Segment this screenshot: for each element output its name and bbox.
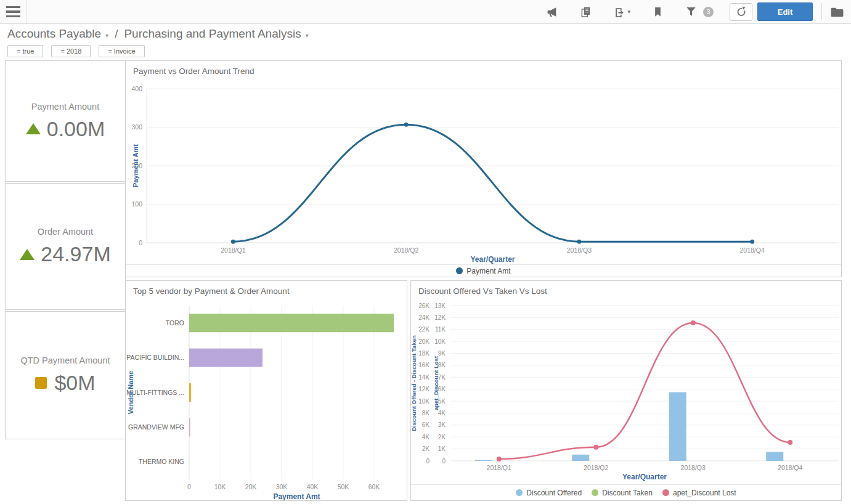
top-vendor-chart-canvas[interactable]: 010K20K30K40K50K60KTOROPACIFIC BUILDIN..… (126, 281, 407, 500)
svg-text:Payment Amt: Payment Amt (273, 492, 320, 500)
legend-item-discount-offered[interactable]: Discount Offered (516, 489, 582, 497)
filter-chip-true[interactable]: = true (7, 45, 43, 57)
svg-text:24K: 24K (418, 314, 430, 321)
svg-text:0: 0 (187, 483, 191, 490)
svg-text:1K: 1K (438, 445, 446, 452)
chart-legend: Discount Offered Discount Taken apet_Dis… (411, 484, 841, 500)
svg-text:6K: 6K (422, 421, 430, 428)
svg-text:THERMO KING: THERMO KING (139, 458, 184, 465)
svg-text:apet_Discount Lost: apet_Discount Lost (433, 356, 439, 410)
svg-text:2018/Q1: 2018/Q1 (221, 246, 245, 254)
filter-icon (685, 6, 697, 17)
toolbar-divider (821, 3, 822, 20)
kpi-qtd-payment-amount[interactable]: QTD Payment Amount $0M (5, 311, 126, 439)
legend-dot-icon (456, 267, 463, 274)
svg-text:8K: 8K (422, 410, 430, 417)
refresh-icon (735, 6, 747, 18)
svg-text:10K: 10K (418, 398, 430, 405)
edit-button[interactable]: Edit (757, 2, 813, 21)
kpi-order-amount[interactable]: Order Amount 24.97M (5, 183, 126, 310)
svg-text:26K: 26K (418, 303, 430, 309)
menu-button[interactable] (0, 0, 26, 23)
svg-text:20K: 20K (418, 338, 430, 345)
svg-text:2018/Q3: 2018/Q3 (681, 464, 706, 471)
svg-text:12K: 12K (418, 386, 430, 392)
copy-button[interactable] (580, 6, 592, 18)
payment-trend-chart-canvas[interactable]: 01002003004002018/Q12018/Q22018/Q32018/Q… (126, 61, 841, 264)
breadcrumb-separator: / (115, 27, 118, 41)
svg-text:50K: 50K (338, 483, 349, 490)
neutral-square-icon (35, 377, 47, 389)
kpi-value: $0M (54, 371, 95, 395)
refresh-button[interactable] (730, 3, 752, 21)
legend-dot-icon (592, 489, 598, 496)
svg-text:10K: 10K (434, 338, 446, 345)
chart-legend: Payment Amt (126, 264, 841, 277)
legend-item-payment-amt[interactable]: Payment Amt (456, 267, 510, 275)
svg-text:60K: 60K (368, 483, 380, 490)
svg-text:30K: 30K (276, 483, 288, 490)
legend-item-discount-taken[interactable]: Discount Taken (592, 489, 653, 497)
svg-text:40K: 40K (307, 483, 319, 490)
legend-item-discount-lost[interactable]: apet_Discount Lost (662, 489, 736, 497)
export-icon (614, 6, 625, 18)
svg-text:PACIFIC BUILDIN...: PACIFIC BUILDIN... (126, 354, 184, 361)
svg-text:2018/Q2: 2018/Q2 (394, 246, 418, 254)
legend-dot-icon (662, 489, 669, 496)
trend-up-icon (20, 249, 35, 260)
filter-count-badge: 3 (703, 7, 714, 17)
svg-text:22K: 22K (418, 326, 430, 333)
discount-chart-canvas[interactable]: 002K1K4K2K6K3K8K4K10K5K12K6K14K7K16K8K18… (411, 281, 841, 484)
svg-text:13K: 13K (434, 303, 446, 309)
svg-text:18K: 18K (418, 350, 430, 357)
announce-button[interactable] (546, 6, 558, 18)
svg-text:0: 0 (442, 458, 446, 465)
bookmark-icon (653, 6, 663, 18)
svg-text:0: 0 (426, 458, 430, 465)
svg-text:2018/Q4: 2018/Q4 (739, 246, 764, 254)
chevron-down-icon[interactable]: ▾ (306, 32, 309, 39)
chevron-down-icon[interactable]: ▾ (105, 32, 108, 39)
svg-text:14K: 14K (418, 374, 430, 381)
svg-text:9K: 9K (438, 350, 446, 357)
svg-text:2018/Q3: 2018/Q3 (567, 246, 592, 254)
svg-text:Year/Quarter: Year/Quarter (470, 255, 515, 264)
trend-up-icon (26, 123, 41, 134)
top-toolbar: ▾ 3 Edit (0, 0, 851, 24)
export-button[interactable]: ▾ (614, 6, 630, 18)
filter-chip-2018[interactable]: = 2018 (51, 45, 91, 57)
breadcrumb-level2[interactable]: Purchasing and Payment Analysis (124, 27, 301, 41)
discount-panel: Discount Offered Vs Taken Vs Lost 002K1K… (410, 280, 842, 501)
svg-text:3K: 3K (438, 421, 446, 428)
filter-chip-invoice[interactable]: = Invoice (99, 45, 144, 57)
top-vendor-panel: Top 5 vendor by Payment & Order Amount 0… (125, 280, 407, 501)
svg-text:Payment Amt: Payment Amt (132, 144, 139, 187)
chevron-down-icon: ▾ (627, 9, 630, 15)
kpi-label: QTD Payment Amount (20, 356, 110, 365)
svg-text:400: 400 (131, 85, 142, 92)
bookmark-button[interactable] (653, 6, 663, 18)
svg-text:2018/Q1: 2018/Q1 (487, 464, 511, 471)
svg-text:0: 0 (139, 239, 142, 246)
svg-text:4K: 4K (422, 434, 430, 441)
repository-button[interactable] (829, 6, 845, 18)
filter-button[interactable] (685, 6, 697, 17)
svg-text:TORO: TORO (166, 319, 184, 327)
svg-text:MULTI-FITTINGS ...: MULTI-FITTINGS ... (126, 389, 184, 396)
kpi-payment-amount[interactable]: Payment Amount 0.00M (5, 60, 126, 182)
svg-text:2K: 2K (438, 434, 446, 441)
folder-icon (829, 6, 845, 18)
svg-text:300: 300 (131, 123, 142, 131)
kpi-label: Order Amount (38, 227, 93, 237)
breadcrumb-level1[interactable]: Accounts Payable (7, 27, 101, 41)
legend-dot-icon (516, 489, 523, 496)
megaphone-icon (546, 6, 558, 18)
svg-text:16K: 16K (418, 362, 430, 368)
svg-text:GRANDVIEW MFG: GRANDVIEW MFG (128, 423, 184, 431)
svg-text:100: 100 (131, 200, 142, 208)
pages-icon (580, 6, 592, 18)
svg-text:Vendor Name: Vendor Name (127, 371, 134, 414)
svg-text:2K: 2K (422, 445, 430, 452)
filter-chip-bar: = true = 2018 = Invoice (7, 45, 145, 57)
svg-text:Discount Offered - Discount T: Discount Offered - Discount Taken (411, 335, 417, 431)
